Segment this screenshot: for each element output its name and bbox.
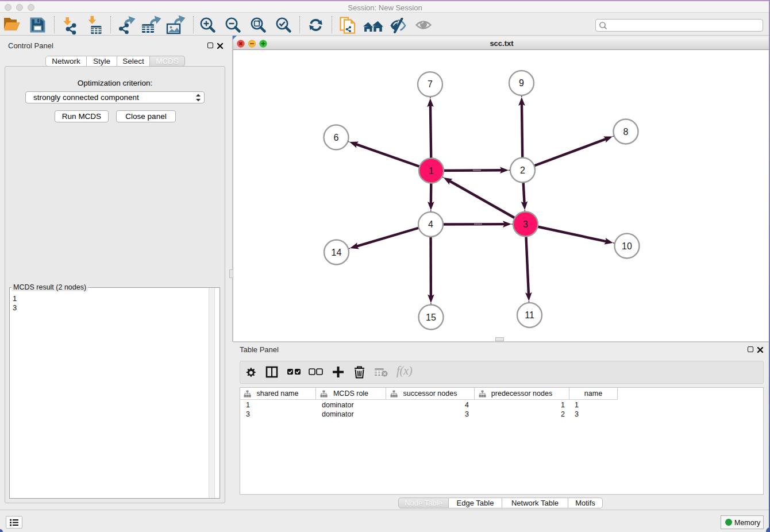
svg-text:11: 11 bbox=[525, 310, 534, 320]
svg-text:3: 3 bbox=[523, 219, 528, 229]
svg-text:1: 1 bbox=[429, 166, 434, 176]
svg-text:2: 2 bbox=[520, 165, 525, 175]
svg-text:4: 4 bbox=[428, 219, 433, 229]
svg-text:6: 6 bbox=[334, 133, 339, 142]
svg-text:15: 15 bbox=[426, 313, 436, 322]
svg-text:14: 14 bbox=[332, 248, 342, 257]
svg-text:8: 8 bbox=[623, 127, 629, 137]
svg-text:10: 10 bbox=[622, 241, 632, 251]
svg-text:9: 9 bbox=[519, 78, 524, 88]
svg-text:7: 7 bbox=[428, 79, 433, 89]
